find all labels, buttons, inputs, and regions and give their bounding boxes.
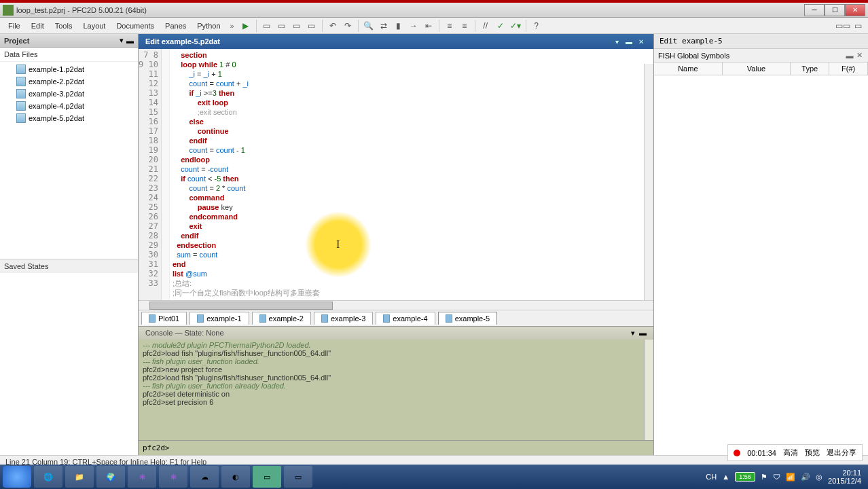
console-min-icon[interactable]: ▬: [639, 329, 647, 338]
editor-close-icon[interactable]: ✕: [636, 37, 647, 46]
check2-icon[interactable]: ✓▾: [509, 19, 522, 33]
doc-icon-3[interactable]: ▭: [290, 19, 304, 33]
tree-item[interactable]: example-1.p2dat: [0, 63, 138, 75]
rec-hq[interactable]: 高清: [783, 448, 798, 458]
taskbar-app-4[interactable]: ❋: [128, 466, 156, 488]
console-vscroll[interactable]: [644, 340, 653, 440]
col-f[interactable]: F(#): [829, 62, 868, 75]
taskbar-app-8[interactable]: ▭: [253, 466, 281, 488]
menu-layout[interactable]: Layout: [77, 20, 111, 32]
taskbar-app-5[interactable]: ❋: [159, 466, 187, 488]
code-editor[interactable]: 7 8 9 10 11 12 13 14 15 16 17 18 19 20 2…: [139, 49, 653, 300]
indent-left-icon[interactable]: ≡: [443, 19, 456, 33]
taskbar-app-2[interactable]: 📁: [65, 466, 94, 488]
data-files-header: Data Files: [0, 48, 138, 62]
tree-item[interactable]: example-4.p2dat: [0, 100, 138, 112]
doc-icon-1[interactable]: ▭: [260, 19, 274, 33]
panel-dropdown-icon[interactable]: ▾: [120, 36, 124, 45]
file-tab[interactable]: example-3: [314, 312, 373, 325]
redo-icon[interactable]: ↷: [341, 19, 355, 33]
tray-icon-3[interactable]: 🛡: [773, 473, 780, 481]
app-icon: [3, 5, 14, 16]
editor-hscroll[interactable]: [139, 300, 653, 310]
rec-preview[interactable]: 预览: [805, 448, 820, 458]
file-label: example-1.p2dat: [29, 65, 84, 73]
project-panel: Project ▾ ▬ Data Files example-1.p2datex…: [0, 34, 139, 455]
doc-icon-4[interactable]: ▭: [305, 19, 319, 33]
menubar: File Edit Tools Layout Documents Panes P…: [0, 18, 868, 34]
menu-documents[interactable]: Documents: [111, 20, 160, 32]
panel-close-icon[interactable]: ▬: [126, 37, 134, 45]
editor-dropdown-icon[interactable]: ▾: [611, 37, 622, 46]
file-label: example-3.p2dat: [29, 90, 84, 98]
file-tab[interactable]: example-5: [438, 312, 497, 325]
right-tab[interactable]: Edit example-5: [654, 34, 868, 49]
layout2-icon[interactable]: ▭: [851, 19, 865, 33]
console-dropdown-icon[interactable]: ▾: [631, 329, 635, 338]
maximize-button[interactable]: ☐: [825, 4, 845, 16]
tray-icon-1[interactable]: ▲: [722, 473, 729, 481]
tray-icon-4[interactable]: 📶: [786, 473, 795, 482]
code-area[interactable]: section loop while 1 # 0 _i = _i + 1 cou…: [170, 49, 653, 300]
check-icon[interactable]: ✓: [494, 19, 507, 33]
help-icon[interactable]: ?: [530, 19, 543, 33]
console-prompt[interactable]: pfc2d>: [139, 440, 653, 455]
start-button[interactable]: [3, 466, 31, 488]
file-tab[interactable]: Plot01: [141, 312, 187, 325]
layout-icon[interactable]: ▭▭: [836, 19, 850, 33]
clock[interactable]: 20:11 2015/12/4: [828, 469, 861, 485]
taskbar-app-3[interactable]: 🌍: [96, 466, 125, 488]
taskbar-app-7[interactable]: ◐: [221, 466, 250, 488]
battery-icon[interactable]: 1:56: [735, 472, 755, 482]
symbols-title: FISH Global Symbols: [658, 52, 845, 60]
taskbar-app-6[interactable]: ☁: [190, 466, 219, 488]
outdent-icon[interactable]: ⇤: [422, 19, 435, 33]
col-value[interactable]: Value: [723, 62, 791, 75]
recording-bar: 00:01:34 高清 预览 退出分享: [727, 444, 863, 461]
taskbar-app-9[interactable]: ▭: [284, 466, 312, 488]
replace-icon[interactable]: ⇄: [377, 19, 391, 33]
menu-tools[interactable]: Tools: [50, 20, 78, 32]
tree-item[interactable]: example-5.p2dat: [0, 112, 138, 124]
tray-icon-5[interactable]: ◎: [816, 473, 822, 482]
file-icon: [16, 113, 26, 123]
file-tab[interactable]: example-1: [189, 312, 249, 325]
doc-icon-2[interactable]: ▭: [275, 19, 289, 33]
file-icon: [16, 65, 26, 74]
undo-icon[interactable]: ↶: [326, 19, 340, 33]
volume-icon[interactable]: 🔊: [801, 473, 810, 482]
menu-edit[interactable]: Edit: [26, 20, 50, 32]
menu-panes[interactable]: Panes: [160, 20, 192, 32]
fold-gutter[interactable]: [162, 49, 170, 300]
indent-right-icon[interactable]: ≡: [458, 19, 471, 33]
menu-python[interactable]: Python: [192, 20, 225, 32]
comment-icon[interactable]: //: [479, 19, 492, 33]
col-name[interactable]: Name: [654, 62, 723, 75]
file-tab[interactable]: example-4: [376, 312, 435, 325]
taskbar-app-1[interactable]: 🌐: [34, 466, 62, 488]
tree-item[interactable]: example-3.p2dat: [0, 88, 138, 100]
menu-overflow[interactable]: »: [226, 22, 238, 30]
bookmark-icon[interactable]: ▮: [392, 19, 405, 33]
console-output[interactable]: --- module2d plugin PFCThermalPython2D l…: [139, 340, 653, 440]
goto-icon[interactable]: →: [407, 19, 420, 33]
ime-indicator[interactable]: CH: [706, 473, 717, 481]
editor-min-icon[interactable]: ▬: [623, 37, 634, 46]
rec-exit[interactable]: 退出分享: [827, 448, 856, 458]
col-type[interactable]: Type: [791, 62, 829, 75]
menu-file[interactable]: File: [3, 20, 26, 32]
run-icon[interactable]: ▶: [239, 19, 253, 33]
symbols-close-icon[interactable]: ✕: [854, 51, 864, 60]
editor-vscroll[interactable]: [644, 64, 653, 300]
minimize-button[interactable]: ─: [804, 4, 825, 16]
symbols-min-icon[interactable]: ▬: [845, 52, 854, 60]
file-tree: example-1.p2datexample-2.p2datexample-3.…: [0, 62, 138, 259]
close-button[interactable]: ✕: [845, 4, 865, 16]
editor-header: Edit example-5.p2dat ▾ ▬ ✕: [139, 34, 653, 49]
console-title: Console — State: None: [145, 329, 631, 338]
file-tab[interactable]: example-2: [252, 312, 311, 325]
tree-item[interactable]: example-2.p2dat: [0, 75, 138, 88]
file-label: example-2.p2dat: [29, 77, 84, 86]
tray-icon-2[interactable]: ⚑: [761, 473, 767, 482]
find-icon[interactable]: 🔍: [362, 19, 376, 33]
